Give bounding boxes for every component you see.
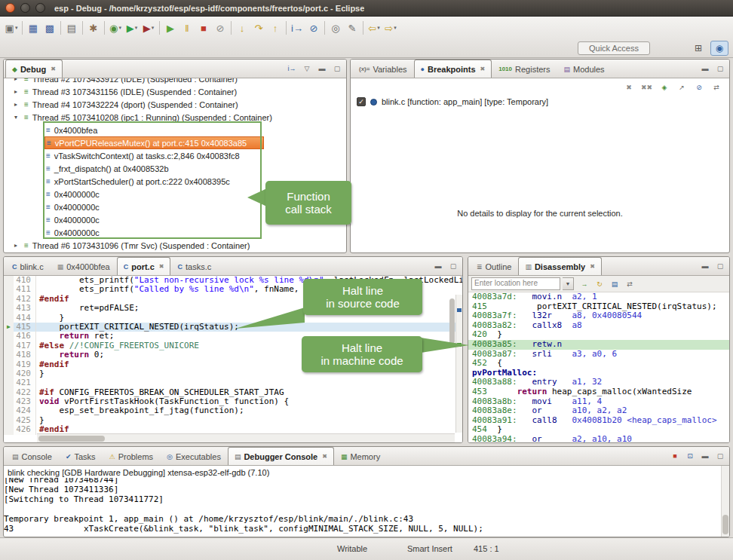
search-icon[interactable]: ◎ [327,20,344,36]
refresh-icon[interactable]: ↻ [594,278,605,290]
tab-tasks-c[interactable]: Ctasks.c [170,257,218,275]
tab-close-icon[interactable]: ✖ [322,453,327,460]
breakpoint-checkbox[interactable]: ✓ [357,97,366,106]
stack-frame-row[interactable]: ≡0x4000000c [4,226,346,239]
tab-close-icon[interactable]: ✖ [590,263,595,270]
disassembly-line[interactable]: 40083a8e: or a10, a2, a2 [468,406,729,416]
resume-icon[interactable]: ▶ [162,20,179,36]
disassembly-line[interactable]: 40083a94: or a2, a10, a10 [468,435,729,442]
editor-vertical-scrollbar[interactable] [449,298,455,344]
maximize-icon[interactable]: ▢ [332,63,342,75]
debug-thread-row[interactable]: ▾≡Thread #5 1073410208 (ipc1 : Running) … [4,111,346,124]
overview-mark-breakpoint[interactable] [457,308,462,312]
dropdown-caret-icon[interactable]: ▾ [377,25,380,31]
instruction-stepping-toggle-icon[interactable]: i→ [287,63,297,75]
disassembly-line[interactable]: 40083a91: call8 0x40081b20 <heap_caps_ma… [468,416,729,426]
tab-problems[interactable]: ⚠Problems [103,447,161,465]
overview-ruler[interactable] [455,295,462,433]
disassembly-line[interactable]: 452 { [468,359,729,369]
debug-thread-row[interactable]: ▸≡Thread #3 1073431156 (IDLE) (Suspended… [4,85,346,98]
terminate-icon[interactable]: ■ [670,450,680,462]
tab-registers[interactable]: 1010Registers [492,60,557,78]
tab-debugger-console[interactable]: ▤Debugger Console✖ [228,447,334,465]
tab-executables[interactable]: ◎Executables [160,447,228,465]
skip-all-breakpoints-icon[interactable]: ⊘ [694,81,704,93]
dropdown-caret-icon[interactable]: ▾ [135,25,138,31]
tab-breakpoints[interactable]: ●Breakpoints✖ [414,60,492,78]
terminate-icon[interactable]: ■ [195,20,212,36]
console-scrollbar[interactable] [721,466,729,537]
dropdown-caret-icon[interactable]: ▾ [15,25,18,31]
window-close-button[interactable] [5,3,15,13]
debug-thread-row[interactable]: ▸≡Thread #2 1073433912 (IDLE) (Suspended… [4,78,346,85]
code-line[interactable]: 421 [4,378,462,387]
debug-thread-row[interactable]: ▸≡Thread #6 1073431096 (Tmr Svc) (Suspen… [4,239,346,252]
disassembly-line[interactable]: 40083a7d: movi.n a2, 1 [468,292,729,302]
code-line[interactable]: 423void vPortFirstTaskHook(TaskFunction_… [4,397,462,406]
minimize-icon[interactable]: ▬ [700,260,710,272]
scrollbar-thumb[interactable] [722,515,728,534]
stack-frame-row[interactable]: ≡vPortCPUReleaseMutex() at port.c:415 0x… [44,136,264,149]
open-perspective-icon[interactable]: ⊞ [689,41,707,56]
instruction-stepping-icon[interactable]: i→ [289,20,305,36]
tab-close-icon[interactable]: ✖ [51,66,56,72]
mark-occurrences-icon[interactable]: ✎ [344,20,360,36]
disconnect-icon[interactable]: ⊘ [212,20,228,36]
step-into-icon[interactable]: ↓ [234,20,250,36]
save-all-icon[interactable]: ▩ [41,20,58,36]
disassembly-listing[interactable]: 40083a7d: movi.n a2, 1415 portEXIT_CRITI… [468,292,729,442]
external-tools-icon[interactable]: ▶▾ [140,20,157,36]
disassembly-line[interactable]: 454 } [468,425,729,435]
dropdown-caret-icon[interactable]: ▾ [118,25,121,31]
tree-twistie-icon[interactable]: ▸ [14,101,24,108]
editor-horizontal-scrollbar[interactable] [37,433,455,442]
goto-file-icon[interactable]: ↗ [676,81,687,93]
stack-frame-row[interactable]: ≡_frxt_dispatch() at 0x4008532b [4,162,346,175]
disassembly-line[interactable]: 40083a7f: l32r a8, 0x40080544 [468,311,729,321]
tree-twistie-icon[interactable]: ▸ [14,242,24,249]
show-source-icon[interactable]: ▤ [609,278,620,290]
tab-debug[interactable]: ◆Debug✖ [5,60,63,78]
console-output[interactable]: [New Thread 1073468744][New Thread 10734… [4,478,721,537]
location-input[interactable]: Enter location here [471,277,560,290]
code-line[interactable]: 425} [4,416,462,425]
tab-disassembly[interactable]: ▥Disassembly✖ [518,257,601,275]
dropdown-caret-icon[interactable]: ▾ [394,25,397,31]
step-return-icon[interactable]: ↑ [267,20,284,36]
tab-blink-c[interactable]: Cblink.c [5,257,51,275]
suspend-icon[interactable]: ‖ [179,20,195,36]
maximize-icon[interactable]: ▢ [448,260,459,272]
remove-all-breakpoints-icon[interactable]: ✖✖ [641,81,652,93]
minimize-icon[interactable]: ▬ [700,450,710,462]
new-wizard-icon[interactable]: ▣▾ [3,20,20,36]
forward-icon[interactable]: ⇨▾ [382,20,399,36]
breakpoint-row[interactable]: ✓ blink.c [function: app_main] [type: Te… [351,95,729,106]
debug-perspective-icon[interactable]: ◉ [710,41,728,56]
tree-twistie-icon[interactable]: ▸ [14,88,24,95]
disassembly-line[interactable]: pvPortMalloc: [468,369,729,378]
tab-close-icon[interactable]: ✖ [159,263,164,270]
debug-thread-row[interactable]: ▸≡Thread #4 1073432224 (dport) (Suspende… [4,98,346,111]
save-icon[interactable]: ▦ [25,20,41,36]
tab-variables[interactable]: (x)=Variables [352,60,414,78]
locate-pc-icon[interactable]: → [579,278,590,290]
tab-0x4000bfea[interactable]: ▦0x4000bfea [51,257,117,275]
scrollbar-thumb[interactable] [38,436,105,442]
sync-selection-icon[interactable]: ⇄ [624,278,635,290]
maximize-icon[interactable]: ▢ [715,260,725,272]
step-over-icon[interactable]: ↷ [250,20,267,36]
disassembly-line[interactable]: 453 return heap_caps_malloc(xWantedSize [468,387,729,397]
back-icon[interactable]: ⇦▾ [366,20,382,36]
minimize-icon[interactable]: ▬ [317,63,327,75]
tab-console[interactable]: ▤Console [5,447,59,465]
tab-tasks[interactable]: ✔Tasks [59,447,103,465]
skip-breakpoints-icon[interactable]: ⊘ [305,20,322,36]
quick-access-field[interactable]: Quick Access [578,41,650,55]
stack-frame-row[interactable]: ≡vTaskSwitchContext() at tasks.c:2,846 0… [4,149,346,162]
remove-breakpoint-icon[interactable]: ✖ [624,81,634,93]
disassembly-line[interactable]: 40083a8b: movi a11, 4 [468,397,729,407]
disassembly-line[interactable]: 40083a85: retw.n [468,340,729,350]
tab-outline[interactable]: ≣Outline [470,257,518,275]
disassembly-line[interactable]: 420 } [468,330,729,340]
tab-port-c[interactable]: Cport.c✖ [117,257,171,275]
